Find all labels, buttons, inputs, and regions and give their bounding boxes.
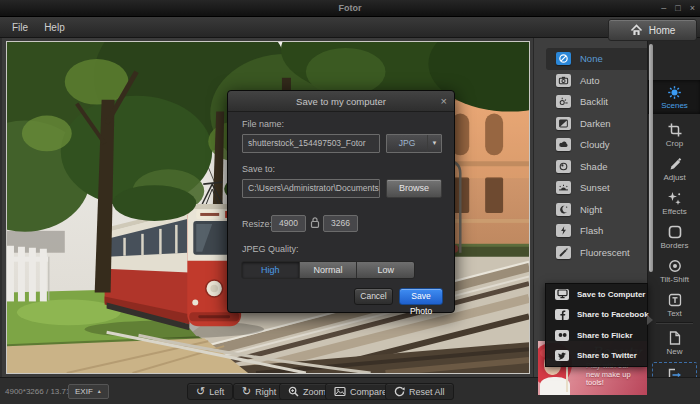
quality-low-button[interactable]: Low [356,262,414,278]
window-titlebar: Fotor – □ × [0,0,700,17]
resize-width-field[interactable]: 4900 [271,215,306,232]
resize-height-field[interactable]: 3266 [323,215,358,232]
twitter-icon [555,350,569,361]
moon-icon [556,203,571,216]
triangle-up-icon: ▲ [97,385,102,398]
rotate-right-button[interactable]: ↻ Right [233,383,285,400]
save-to-label: Save to: [242,164,275,174]
scene-label: Flash [580,225,603,236]
facebook-icon [555,309,569,320]
menu-file[interactable]: File [12,22,28,33]
scene-item-cloudy[interactable]: Cloudy [546,134,647,156]
reset-icon [394,386,405,397]
quality-segmented-control: High Normal Low [241,261,415,279]
zoom-icon [288,386,299,397]
scene-item-backlit[interactable]: Backlit [546,91,647,113]
reset-all-button[interactable]: Reset All [385,383,454,400]
cancel-button[interactable]: Cancel [354,288,393,305]
home-button-label: Home [649,25,676,36]
resize-label: Resize: [242,219,272,229]
compare-icon [334,386,346,397]
exif-button[interactable]: EXIF ▲ [68,384,109,399]
tools-panel: Scenes Crop Adjust Effects Borders Tilt-… [647,38,700,404]
toolbar-divider [656,322,693,323]
crop-icon [648,122,700,138]
tool-borders[interactable]: Borders [648,224,700,250]
menu-help[interactable]: Help [44,22,65,33]
quality-normal-button[interactable]: Normal [299,262,357,278]
sparkles-icon [648,190,700,206]
tool-adjust[interactable]: Adjust [648,156,700,182]
scene-item-darken[interactable]: Darken [546,113,647,135]
share-item-computer[interactable]: Save to Computer [546,284,647,305]
save-photo-button[interactable]: Save Photo [399,288,443,305]
maximize-button[interactable]: □ [675,1,680,15]
quality-high-button[interactable]: High [242,262,299,278]
monitor-icon [555,289,569,300]
scene-label: None [580,53,603,64]
flickr-icon [555,330,569,341]
rotate-left-icon: ↺ [196,386,205,397]
tool-crop[interactable]: Crop [648,122,700,148]
app-title: Fotor [0,0,700,17]
tool-effects[interactable]: Effects [648,190,700,216]
rotate-right-icon: ↻ [242,386,251,397]
flyout-arrow [647,315,653,325]
tool-new[interactable]: New [648,330,700,356]
scene-label: Sunset [580,182,610,193]
scene-label: Shade [580,161,607,172]
browse-button[interactable]: Browse [386,179,442,198]
format-dropdown[interactable]: JPG ▼ [386,134,442,153]
scene-item-none[interactable]: None [546,48,647,70]
share-item-twitter[interactable]: Share to Twitter [546,346,647,367]
pencil-icon [648,156,700,172]
lock-icon [310,216,320,229]
save-dialog: Save to my computer × File name: shutter… [227,90,455,313]
menubar: File Help [0,17,700,38]
file-name-label: File name: [242,119,284,129]
dialog-close-icon[interactable]: × [441,94,447,108]
tool-scenes[interactable]: Scenes [648,80,700,114]
none-icon [556,52,571,65]
fluorescent-icon [556,246,571,259]
minimize-button[interactable]: – [661,1,666,15]
tilt-shift-icon [648,258,700,274]
scenes-scrollbar[interactable] [649,44,653,272]
scene-label: Auto [580,75,600,86]
scene-item-shade[interactable]: Shade [546,156,647,178]
scene-item-night[interactable]: Night [546,199,647,221]
shade-circle-icon [556,160,571,173]
scene-label: Cloudy [580,139,610,150]
share-menu: Save to Computer Share to Facebook Share… [545,283,648,367]
tool-text[interactable]: Text [648,292,700,318]
scene-item-flash[interactable]: Flash [546,220,647,242]
new-file-icon [648,330,700,346]
dialog-title: Save to my computer [228,91,454,112]
scene-item-sunset[interactable]: Sunset [546,177,647,199]
border-frame-icon [648,224,700,240]
scene-item-fluorescent[interactable]: Fluorescent [546,242,647,264]
home-button[interactable]: Home [608,19,697,41]
close-button[interactable]: × [690,1,695,15]
cloud-icon [556,138,571,151]
scene-label: Darken [580,118,611,129]
backlit-sun-icon [556,95,571,108]
home-icon [630,24,643,36]
scene-item-auto[interactable]: Auto [546,70,647,92]
tool-tilt-shift[interactable]: Tilt-Shift [648,258,700,284]
format-value: JPG [387,135,427,152]
lightning-icon [556,224,571,237]
file-name-input[interactable]: shutterstock_154497503_Fotor [242,134,380,153]
camera-icon [556,74,571,87]
rotate-left-button[interactable]: ↺ Left [187,383,233,400]
chevron-down-icon: ▼ [427,135,441,152]
quality-label: JPEG Quality: [242,244,299,254]
sunset-icon [556,181,571,194]
scene-label: Backlit [580,96,608,107]
darken-icon [556,117,571,130]
sun-icon [648,84,700,100]
scene-label: Night [580,204,602,215]
share-item-flickr[interactable]: Share to Flickr [546,325,647,346]
share-item-facebook[interactable]: Share to Facebook [546,305,647,326]
save-path-input[interactable]: C:\Users\Administrator\Documents [242,179,380,198]
